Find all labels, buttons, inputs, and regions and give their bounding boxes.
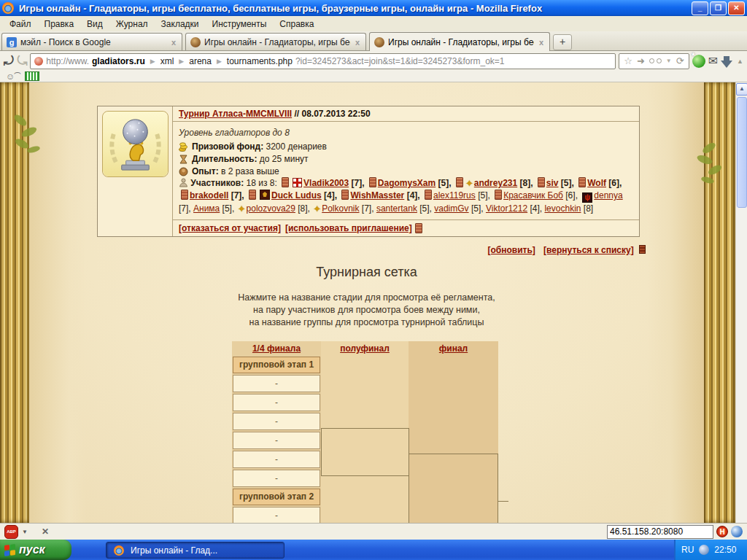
final-match-cell[interactable]: [409, 454, 498, 523]
proxy-address-input[interactable]: [607, 525, 713, 539]
adblock-caret-icon[interactable]: ▼: [22, 529, 28, 535]
prize-label: Призовой фонд:: [192, 141, 263, 152]
bracket-slot[interactable]: -: [233, 507, 320, 523]
participant-level: [5],: [559, 178, 577, 188]
menu-tools[interactable]: Инструменты: [206, 18, 274, 31]
toolbar-collapse-icon[interactable]: ▲: [737, 58, 743, 65]
tournament-title-link[interactable]: Турнир Атласа-MMCMLVIII: [179, 109, 292, 119]
tab-label: мэйл - Поиск в Google: [20, 37, 166, 47]
scrollbar-thumb[interactable]: [737, 97, 747, 208]
bracket-slot[interactable]: -: [233, 375, 320, 392]
proxy-switcher-icon[interactable]: H: [716, 526, 728, 537]
tab-gladiators-2-active[interactable]: Игры онлайн - Гладиаторы, игры бесп... x: [369, 32, 550, 51]
participant-link[interactable]: Viktor1212: [486, 203, 527, 214]
group-stage-header[interactable]: групповой этап 1: [233, 357, 320, 373]
scroll-icon: [341, 190, 349, 200]
participant-link[interactable]: Polkovnik: [322, 203, 359, 214]
stage-quarterfinal-link[interactable]: 1/4 финала: [252, 343, 301, 354]
participant-link[interactable]: vadimGv: [434, 203, 468, 214]
bracket-slot[interactable]: -: [233, 451, 320, 468]
clock: 22:50: [714, 545, 736, 555]
new-tab-button[interactable]: +: [553, 34, 572, 50]
tournament-subtitle: Уровень гладиаторов до 8: [179, 128, 633, 138]
tab-close-icon[interactable]: x: [354, 38, 361, 47]
close-button[interactable]: ✕: [728, 1, 745, 15]
participant-link[interactable]: Duck Ludus: [271, 190, 322, 201]
bracket-slot[interactable]: -: [233, 470, 320, 487]
language-indicator[interactable]: RU: [681, 545, 694, 555]
participant-link[interactable]: dennya: [594, 190, 622, 201]
participant-level: [5],: [476, 190, 492, 201]
participant-level: [8],: [517, 178, 535, 188]
breadcrumb-arena[interactable]: arena: [189, 56, 212, 66]
menu-view[interactable]: Вид: [80, 18, 109, 31]
tray-icon[interactable]: [699, 545, 709, 555]
bracket-slot[interactable]: -: [233, 432, 320, 449]
participant-link[interactable]: polozvova29: [247, 203, 295, 214]
participant-link[interactable]: siv: [546, 178, 559, 188]
go-arrow-icon[interactable]: ➜: [637, 55, 645, 66]
glasses-icon[interactable]: [649, 58, 662, 64]
tab-gladiators-1[interactable]: Игры онлайн - Гладиаторы, игры бесп... x: [185, 33, 366, 50]
bookmark-star-icon[interactable]: ☆: [624, 55, 632, 66]
url-bar[interactable]: http://www.gladiators.ru ▶ xml ▶ arena ▶…: [30, 53, 616, 69]
stage-semifinal-link[interactable]: полуфинал: [340, 343, 390, 354]
back-to-list-link[interactable]: [вернуться к списку]: [543, 245, 634, 255]
restore-button[interactable]: ❐: [710, 1, 727, 15]
bookmark-figure-icon[interactable]: ☺͡: [6, 72, 15, 81]
bracket-slot[interactable]: -: [233, 413, 320, 430]
participant-link[interactable]: levochkin: [544, 203, 581, 214]
participant-link[interactable]: Красавчик Боб: [503, 190, 563, 201]
mail-extension-icon[interactable]: ✉: [708, 55, 718, 68]
participant-link[interactable]: brakodell: [190, 190, 228, 201]
group-stage-header[interactable]: групповой этап 2: [233, 489, 320, 505]
breadcrumb-page[interactable]: tournaments.php: [227, 56, 293, 66]
scroll-up-icon[interactable]: ▲: [736, 83, 747, 96]
taskbar-firefox-task[interactable]: Игры онлайн - Глад...: [106, 542, 285, 559]
tab-google-search[interactable]: g мэйл - Поиск в Google x: [1, 33, 182, 50]
minimize-button[interactable]: _: [692, 1, 708, 15]
participant-level: [5],: [417, 203, 434, 214]
participant-link[interactable]: Анима: [193, 203, 220, 214]
refuse-participation-link[interactable]: [отказаться от участия]: [179, 223, 281, 233]
stage-final-link[interactable]: финал: [439, 343, 468, 354]
menu-help[interactable]: Справка: [273, 18, 320, 31]
tab-close-icon[interactable]: x: [170, 38, 177, 47]
participant-link[interactable]: santertank: [376, 203, 417, 214]
addon-status-icon[interactable]: [731, 526, 743, 537]
addon-bar-close-icon[interactable]: ✕: [42, 526, 49, 537]
breadcrumb-xml[interactable]: xml: [160, 56, 174, 66]
menu-edit[interactable]: Правка: [38, 18, 81, 31]
participant-link[interactable]: Vladik2003: [303, 178, 349, 188]
participants-count: 18 из 8:: [247, 178, 277, 188]
scroll-icon: [282, 177, 289, 187]
forward-button[interactable]: ⤿: [17, 54, 27, 69]
semifinal-match-cell[interactable]: [321, 428, 409, 476]
clan-lion-icon: [260, 190, 270, 200]
dropdown-caret-icon[interactable]: ▼: [666, 58, 672, 64]
participant-link[interactable]: DagomysXam: [378, 178, 436, 188]
tournament-info-box: Турнир Атласа-MMCMLVIII // 08.07.2013 22…: [97, 106, 640, 237]
refresh-link[interactable]: [обновить]: [487, 245, 535, 255]
duration-line: Длительность: до 25 минут: [179, 154, 633, 164]
menu-file[interactable]: Файл: [3, 18, 38, 31]
participant-link[interactable]: WishMasster: [350, 190, 404, 201]
reload-icon[interactable]: ⟳: [676, 55, 684, 66]
start-button[interactable]: пуск: [0, 540, 71, 560]
adblock-plus-icon[interactable]: ABP: [4, 525, 18, 539]
participant-link[interactable]: alex119rus: [433, 190, 476, 201]
qip-extension-icon[interactable]: [692, 55, 705, 68]
back-button[interactable]: ⤾: [4, 54, 14, 69]
menu-history[interactable]: Журнал: [109, 18, 155, 31]
prize-value: 3200 денариев: [266, 141, 326, 152]
use-invitation-link[interactable]: [использовать приглашение]: [285, 223, 412, 233]
menu-bookmarks[interactable]: Закладки: [155, 18, 206, 31]
participant-link[interactable]: andrey231: [474, 178, 517, 188]
bookmark-barcode-icon[interactable]: [25, 71, 39, 81]
participant-link[interactable]: Wolf: [587, 178, 606, 188]
bracket-slot[interactable]: -: [233, 394, 320, 411]
tab-close-icon[interactable]: x: [538, 38, 545, 47]
page-scrollbar[interactable]: ▲: [735, 82, 747, 523]
download-arrow-icon[interactable]: [721, 61, 732, 68]
scroll-icon: [249, 190, 256, 200]
